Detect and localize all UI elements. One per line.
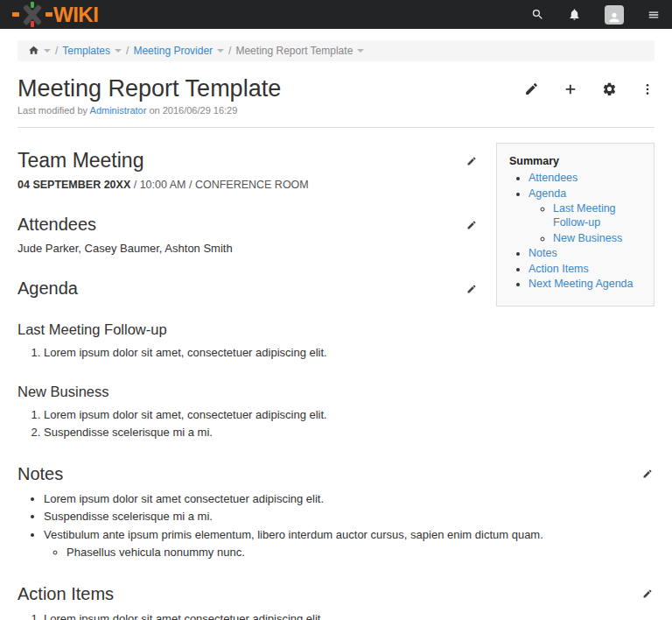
list-item: Lorem ipsum dolor sit amet consectetuer … <box>44 611 654 620</box>
title-divider <box>18 127 654 128</box>
section-edit-pencil-icon[interactable] <box>640 588 654 599</box>
topbar: WIKI <box>0 0 672 29</box>
summary-link-new-business[interactable]: New Business <box>553 232 622 244</box>
breadcrumb-current-page: Meeting Report Template <box>235 45 353 57</box>
hamburger-menu-icon[interactable] <box>648 9 660 21</box>
summary-link-item: Action Items <box>528 263 647 277</box>
logo-dash-right <box>46 12 52 17</box>
modified-by-user-link[interactable]: Administrator <box>90 105 147 116</box>
last-meeting-follow-up-heading: Last Meeting Follow-up <box>18 321 167 338</box>
home-icon[interactable] <box>28 45 39 57</box>
action-items-list: Lorem ipsum dolor sit amet consectetuer … <box>18 611 654 620</box>
notifications-bell-icon[interactable] <box>568 8 581 21</box>
breadcrumb-link-meeting-provider[interactable]: Meeting Provider <box>133 45 213 57</box>
settings-gear-icon[interactable] <box>602 81 617 96</box>
list-item: Lorem ipsum dolor sit amet, consectetuer… <box>44 345 654 361</box>
add-plus-icon[interactable] <box>563 81 578 97</box>
meeting-time-place: / 10:00 AM / CONFERENCE ROOM <box>134 179 309 191</box>
list-item: Suspendisse scelerisque mi a mi. <box>44 509 654 525</box>
section-edit-pencil-icon[interactable] <box>465 284 479 294</box>
summary-link-item: Next Meeting Agenda <box>528 278 647 292</box>
summary-link-item: Notes <box>528 247 647 261</box>
list-item-text: Vestibulum ante ipsum primis elementum, … <box>44 528 543 541</box>
chevron-down-icon[interactable] <box>217 49 224 53</box>
summary-title: Summary <box>509 155 647 167</box>
avatar-person-icon <box>605 5 624 25</box>
more-kebab-icon[interactable] <box>640 82 654 96</box>
summary-link-attendees[interactable]: Attendees <box>528 172 578 184</box>
list-item: Lorem ipsum dolor sit amet, consectetuer… <box>44 407 654 423</box>
summary-link-notes[interactable]: Notes <box>528 247 557 259</box>
list-item: Phasellus vehicula nonummy nunc. <box>66 545 654 560</box>
new-business-list: Lorem ipsum dolor sit amet, consectetuer… <box>18 407 654 440</box>
logo-x-icon <box>22 4 43 25</box>
summary-link-action-items[interactable]: Action Items <box>528 263 589 275</box>
agenda-heading: Agenda <box>18 278 78 299</box>
summary-link-item: New Business <box>553 232 647 246</box>
breadcrumb-separator: / <box>55 45 58 57</box>
xwiki-logo[interactable]: WIKI <box>12 4 98 25</box>
summary-link-item: Attendees <box>528 172 647 186</box>
summary-panel: Summary Attendees Agenda Last Meeting Fo… <box>496 143 654 306</box>
attendees-heading: Attendees <box>18 215 96 235</box>
notes-list: Lorem ipsum dolor sit amet consectetuer … <box>18 491 654 560</box>
breadcrumb-link-templates[interactable]: Templates <box>62 45 110 57</box>
edit-pencil-icon[interactable] <box>524 81 539 96</box>
section-edit-pencil-icon[interactable] <box>465 156 479 166</box>
chevron-down-icon[interactable] <box>357 49 364 53</box>
logo-dash-left <box>12 12 19 17</box>
last-modified-line: Last modified by Administrator on 2016/0… <box>18 105 654 116</box>
meeting-title-heading: Team Meeting <box>18 149 144 173</box>
chevron-down-icon[interactable] <box>115 49 122 53</box>
chevron-down-icon[interactable] <box>44 49 51 53</box>
breadcrumb: / Templates / Meeting Provider / Meeting… <box>18 40 654 61</box>
summary-link-last-meeting-follow-up[interactable]: Last Meeting Follow-up <box>553 202 616 229</box>
new-business-heading: New Business <box>18 384 109 400</box>
summary-link-item: Agenda Last Meeting Follow-up New Busine… <box>528 187 647 246</box>
search-icon[interactable] <box>531 8 544 21</box>
action-items-heading: Action Items <box>18 584 114 604</box>
summary-link-item: Last Meeting Follow-up <box>553 202 647 229</box>
list-item: Vestibulum ante ipsum primis elementum, … <box>44 527 654 560</box>
modified-prefix: Last modified by <box>18 105 88 116</box>
logo-wordmark: WIKI <box>53 4 98 25</box>
breadcrumb-separator: / <box>228 45 231 57</box>
modified-suffix: on 2016/06/29 16:29 <box>149 105 237 116</box>
follow-up-list: Lorem ipsum dolor sit amet, consectetuer… <box>18 345 654 361</box>
notes-heading: Notes <box>18 464 63 484</box>
list-item: Lorem ipsum dolor sit amet consectetuer … <box>44 491 654 507</box>
user-avatar[interactable] <box>605 5 624 25</box>
summary-link-agenda[interactable]: Agenda <box>528 187 566 200</box>
section-edit-pencil-icon[interactable] <box>640 469 654 479</box>
breadcrumb-separator: / <box>126 45 129 57</box>
list-item: Suspendisse scelerisque mi a mi. <box>44 425 654 440</box>
meeting-date: 04 SEPTEMBER 20XX <box>18 179 130 191</box>
page-title: Meeting Report Template <box>18 75 281 102</box>
summary-link-next-meeting-agenda[interactable]: Next Meeting Agenda <box>528 278 634 290</box>
section-edit-pencil-icon[interactable] <box>465 220 479 230</box>
